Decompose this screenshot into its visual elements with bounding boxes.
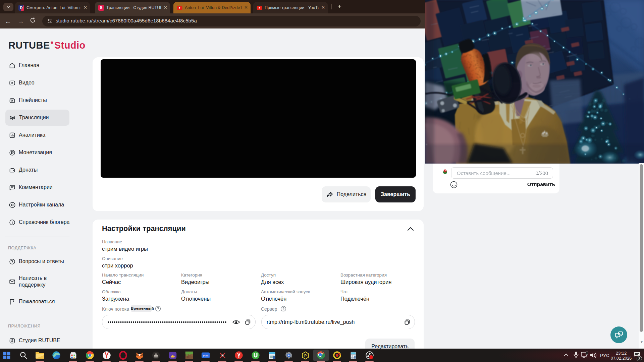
svg-text:VPN: VPN	[203, 354, 209, 357]
svg-text:A: A	[322, 352, 323, 354]
svg-text:P: P	[304, 353, 306, 357]
svg-text:A: A	[321, 356, 322, 358]
